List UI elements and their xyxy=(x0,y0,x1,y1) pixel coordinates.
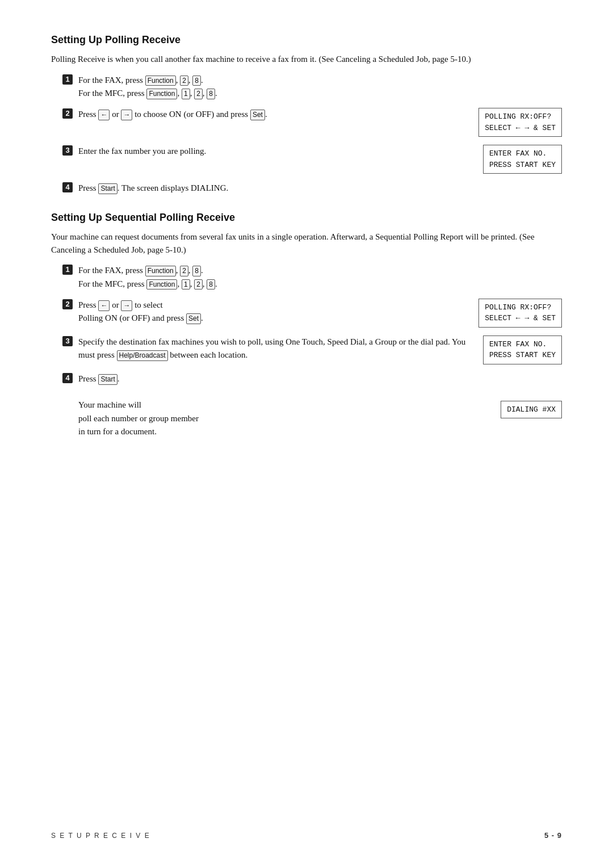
step-s2-lcd: POLLING RX:OFF? SELECT ← → & SET xyxy=(478,299,562,328)
step-2-lcd: POLLING RX:OFF? SELECT ← → & SET xyxy=(478,108,562,137)
step-num-2: 2 xyxy=(62,108,78,119)
bullet-3: 3 xyxy=(62,145,73,156)
step-1-line-1: For the FAX, press Function, 2, 8. xyxy=(78,74,562,87)
key-left-s2: ← xyxy=(98,300,110,311)
step-s1-content: For the FAX, press Function, 2, 8. For t… xyxy=(78,264,562,291)
step-s3-text: Specify the destination fax machines you… xyxy=(78,336,466,362)
lcd-polling-rx-1: POLLING RX:OFF? SELECT ← → & SET xyxy=(478,108,562,137)
steps-sequential: 1 For the FAX, press Function, 2, 8. For… xyxy=(62,264,562,438)
step-s3-lcd: ENTER FAX NO. PRESS START KEY xyxy=(483,336,562,364)
step-1-line-2: For the MFC, press Function, 1, 2, 8. xyxy=(78,87,562,100)
step-num-1: 1 xyxy=(62,74,78,85)
key-2-s1b: 2 xyxy=(194,279,203,290)
steps-polling-receive: 1 For the FAX, press Function, 2, 8. For… xyxy=(62,74,562,195)
step-s3-content: Specify the destination fax machines you… xyxy=(78,336,562,364)
key-2b: 2 xyxy=(194,89,203,99)
section-intro-polling-receive: Polling Receive is when you call another… xyxy=(51,53,562,66)
step-2-with-lcd: Press ← or → to choose ON (or OFF) and p… xyxy=(78,108,562,137)
section-title-sequential: Setting Up Sequential Polling Receive xyxy=(51,212,562,224)
section-intro-sequential: Your machine can request documents from … xyxy=(51,230,562,256)
step-s4-with-lcd: Press Start. Your machine will poll each… xyxy=(78,372,562,438)
step-2-text: Press ← or → to choose ON (or OFF) and p… xyxy=(78,108,461,121)
section-sequential-polling: Setting Up Sequential Polling Receive Yo… xyxy=(51,212,562,438)
key-start-s4: Start xyxy=(98,374,117,385)
key-set: Set xyxy=(250,110,265,120)
footer-left: S E T U P R E C E I V E xyxy=(51,832,150,840)
footer-page: 5 - 9 xyxy=(544,831,562,840)
key-8-s1: 8 xyxy=(192,266,201,276)
step-3-lcd: ENTER FAX NO. PRESS START KEY xyxy=(483,145,562,174)
step-3-text: Enter the fax number you are polling. xyxy=(78,145,466,158)
page: Setting Up Polling Receive Polling Recei… xyxy=(0,0,613,868)
step-s4-lcd: DIALING #XX xyxy=(501,401,562,419)
key-right-arrow: → xyxy=(121,110,132,120)
step-s2-with-lcd: Press ← or → to select Polling ON (or OF… xyxy=(78,299,562,328)
bullet-s2: 2 xyxy=(62,299,73,309)
step-s4-content: Press Start. Your machine will poll each… xyxy=(78,372,562,438)
key-1-s1: 1 xyxy=(182,279,190,290)
key-left-arrow: ← xyxy=(98,110,110,120)
key-function-s1: Function xyxy=(145,266,176,276)
step-2-polling: 2 Press ← or → to choose ON (or OFF) and… xyxy=(62,108,562,137)
step-3-polling: 3 Enter the fax number you are polling. … xyxy=(62,145,562,174)
step-4-content: Press Start. The screen displays DIALING… xyxy=(78,182,562,195)
step-s2-content: Press ← or → to select Polling ON (or OF… xyxy=(78,299,562,328)
step-1-content: For the FAX, press Function, 2, 8. For t… xyxy=(78,74,562,100)
lcd-polling-rx-2: POLLING RX:OFF? SELECT ← → & SET xyxy=(478,299,562,328)
bullet-1: 1 xyxy=(62,74,73,85)
step-3-with-lcd: Enter the fax number you are polling. EN… xyxy=(78,145,562,174)
step-num-s2: 2 xyxy=(62,299,78,309)
step-s4-text: Press Start. Your machine will poll each… xyxy=(78,372,484,438)
key-2: 2 xyxy=(180,76,188,86)
step-3-content: Enter the fax number you are polling. EN… xyxy=(78,145,562,174)
key-function-mfc: Function xyxy=(146,89,177,99)
lcd-enter-fax-2: ENTER FAX NO. PRESS START KEY xyxy=(483,336,562,364)
footer: S E T U P R E C E I V E 5 - 9 xyxy=(51,831,562,840)
step-4-polling: 4 Press Start. The screen displays DIALI… xyxy=(62,182,562,195)
bullet-s3: 3 xyxy=(62,336,73,346)
section-polling-receive: Setting Up Polling Receive Polling Recei… xyxy=(51,34,562,195)
step-1-polling: 1 For the FAX, press Function, 2, 8. For… xyxy=(62,74,562,100)
step-num-s1: 1 xyxy=(62,265,78,275)
step-num-3: 3 xyxy=(62,145,78,156)
step-4-sequential: 4 Press Start. Your machine will poll ea… xyxy=(62,372,562,438)
key-2-s1: 2 xyxy=(180,266,188,276)
step-num-s4: 4 xyxy=(62,373,78,383)
key-function-s1b: Function xyxy=(146,279,177,290)
step-3-sequential: 3 Specify the destination fax machines y… xyxy=(62,336,562,364)
key-8b: 8 xyxy=(207,89,215,99)
key-right-s2: → xyxy=(121,300,132,311)
key-function: Function xyxy=(145,76,176,86)
key-8-s1b: 8 xyxy=(207,279,215,290)
bullet-s1: 1 xyxy=(62,265,73,275)
key-1: 1 xyxy=(182,89,190,99)
key-help-broadcast: Help/Broadcast xyxy=(117,350,168,361)
key-8: 8 xyxy=(192,76,201,86)
step-s2-text: Press ← or → to select Polling ON (or OF… xyxy=(78,299,461,325)
bullet-2: 2 xyxy=(62,108,73,119)
step-s4-subtext: Your machine will poll each number or gr… xyxy=(78,399,484,438)
lcd-dialing: DIALING #XX xyxy=(501,401,562,419)
step-1-sequential: 1 For the FAX, press Function, 2, 8. For… xyxy=(62,264,562,291)
step-num-4: 4 xyxy=(62,182,78,192)
step-s1-line-1: For the FAX, press Function, 2, 8. xyxy=(78,264,562,277)
step-2-content: Press ← or → to choose ON (or OFF) and p… xyxy=(78,108,562,137)
bullet-4: 4 xyxy=(62,182,73,192)
step-s1-line-2: For the MFC, press Function, 1, 2, 8. xyxy=(78,278,562,291)
key-start-1: Start xyxy=(98,183,117,194)
key-set-s2: Set xyxy=(186,313,201,324)
step-2-sequential: 2 Press ← or → to select Polling ON (or … xyxy=(62,299,562,328)
or-text: or xyxy=(112,110,119,119)
section-title-polling-receive: Setting Up Polling Receive xyxy=(51,34,562,46)
step-s3-with-lcd: Specify the destination fax machines you… xyxy=(78,336,562,364)
bullet-s4: 4 xyxy=(62,373,73,383)
step-num-s3: 3 xyxy=(62,336,78,346)
lcd-enter-fax-1: ENTER FAX NO. PRESS START KEY xyxy=(483,145,562,174)
